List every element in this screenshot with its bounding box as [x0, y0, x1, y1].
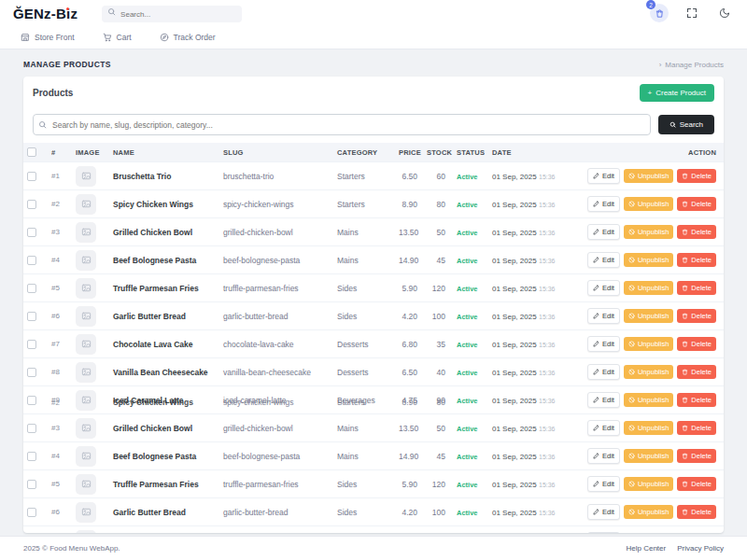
row-checkbox[interactable] — [27, 256, 36, 265]
edit-button[interactable]: Edit — [587, 392, 620, 408]
nav-item-track-order[interactable]: Track Order — [160, 33, 216, 42]
unpublish-button[interactable]: Unpublish — [624, 281, 673, 295]
edit-button[interactable]: Edit — [587, 252, 620, 268]
create-product-label: Create Product — [655, 89, 706, 97]
edit-label: Edit — [602, 396, 614, 404]
unpublish-button[interactable]: Unpublish — [624, 449, 673, 463]
search-button-label: Search — [680, 120, 703, 129]
global-search — [102, 4, 242, 23]
nav-item-cart[interactable]: Cart — [103, 33, 132, 42]
delete-button[interactable]: Delete — [677, 337, 716, 351]
row-checkbox[interactable] — [27, 228, 36, 237]
image-icon — [81, 255, 92, 265]
row-checkbox[interactable] — [27, 340, 36, 349]
status-badge: Active — [457, 453, 478, 461]
row-checkbox[interactable] — [27, 284, 36, 293]
edit-label: Edit — [602, 312, 614, 320]
breadcrumb[interactable]: › Manage Products — [659, 61, 724, 69]
trash-icon — [682, 257, 688, 263]
edit-button[interactable]: Edit — [587, 476, 620, 492]
unpublish-button[interactable]: Unpublish — [624, 393, 673, 407]
unpublish-button[interactable]: Unpublish — [624, 253, 673, 267]
compass-icon — [160, 33, 169, 42]
delete-button[interactable]: Delete — [677, 477, 716, 491]
unpublish-button[interactable]: Unpublish — [624, 197, 673, 211]
row-checkbox[interactable] — [27, 508, 36, 517]
status-badge: Active — [457, 313, 478, 321]
help-center-link[interactable]: Help Center — [627, 544, 667, 553]
unpublish-button[interactable]: Unpublish — [624, 169, 673, 183]
edit-button[interactable]: Edit — [587, 532, 620, 533]
product-price: 14.90 — [399, 256, 418, 265]
delete-button[interactable]: Delete — [677, 197, 716, 211]
unpublish-button[interactable]: Unpublish — [624, 225, 673, 239]
row-checkbox[interactable] — [27, 200, 36, 209]
edit-button[interactable]: Edit — [587, 420, 620, 436]
eye-off-icon — [628, 425, 635, 431]
delete-button[interactable]: Delete — [677, 421, 716, 435]
delete-button[interactable]: Delete — [677, 253, 716, 267]
product-time: 15:36 — [539, 510, 556, 516]
col-header-price: PRICE — [395, 143, 423, 162]
delete-button[interactable]: Delete — [677, 169, 716, 183]
cart-button[interactable]: 2 — [650, 4, 669, 22]
row-actions: Edit Unpublish Delete — [587, 532, 716, 533]
edit-button[interactable]: Edit — [587, 196, 620, 212]
edit-button[interactable]: Edit — [587, 168, 620, 184]
product-time: 15:36 — [539, 398, 556, 404]
table-row: #4 Beef Bolognese Pasta beef-bolognese-p… — [23, 246, 724, 274]
image-icon — [81, 507, 92, 517]
product-stock: 80 — [437, 200, 445, 209]
delete-button[interactable]: Delete — [677, 225, 716, 239]
delete-button[interactable]: Delete — [677, 281, 716, 295]
edit-button[interactable]: Edit — [587, 336, 620, 352]
app-logo[interactable]: ĞENz-Biz — [13, 6, 78, 21]
delete-button[interactable]: Delete — [677, 505, 716, 519]
unpublish-button[interactable]: Unpublish — [624, 309, 673, 323]
product-price: 6.50 — [402, 172, 417, 181]
unpublish-button[interactable]: Unpublish — [624, 505, 673, 519]
row-checkbox[interactable] — [27, 480, 36, 489]
privacy-policy-link[interactable]: Privacy Policy — [677, 544, 724, 553]
row-number: #6 — [51, 312, 60, 320]
delete-button[interactable]: Delete — [677, 393, 716, 407]
row-actions: Edit Unpublish Delete — [587, 364, 716, 380]
row-checkbox[interactable] — [27, 424, 36, 433]
unpublish-button[interactable]: Unpublish — [624, 365, 673, 379]
delete-button[interactable]: Delete — [677, 365, 716, 379]
unpublish-button[interactable]: Unpublish — [624, 477, 673, 491]
search-button[interactable]: Search — [658, 115, 714, 134]
unpublish-label: Unpublish — [638, 340, 669, 348]
edit-button[interactable]: Edit — [587, 308, 620, 324]
product-slug: grilled-chicken-bowl — [223, 228, 293, 237]
select-all-checkbox[interactable] — [27, 147, 36, 157]
table-row: #1 Bruschetta Trio bruschetta-trio Start… — [23, 162, 724, 190]
table-search-input[interactable] — [33, 114, 651, 135]
fullscreen-button[interactable] — [683, 4, 701, 22]
create-product-button[interactable]: + Create Product — [640, 84, 714, 102]
edit-button[interactable]: Edit — [587, 280, 620, 296]
row-checkbox[interactable] — [27, 172, 36, 181]
edit-button[interactable]: Edit — [587, 448, 620, 464]
theme-toggle-button[interactable] — [715, 4, 734, 22]
row-checkbox[interactable] — [27, 396, 36, 405]
unpublish-button[interactable]: Unpublish — [624, 337, 673, 351]
delete-label: Delete — [691, 312, 712, 320]
delete-button[interactable]: Delete — [677, 449, 716, 463]
product-stock: 45 — [437, 452, 445, 461]
global-search-input[interactable] — [102, 6, 242, 22]
product-date: 01 Sep, 2025 — [492, 425, 537, 433]
product-time: 15:36 — [539, 482, 556, 488]
edit-button[interactable]: Edit — [587, 224, 620, 240]
nav-item-store-front[interactable]: Store Front — [21, 33, 75, 42]
edit-button[interactable]: Edit — [587, 364, 620, 380]
row-checkbox[interactable] — [27, 452, 36, 461]
delete-button[interactable]: Delete — [677, 309, 716, 323]
product-price: 13.50 — [399, 228, 418, 237]
row-checkbox[interactable] — [27, 312, 36, 321]
row-checkbox[interactable] — [27, 368, 36, 377]
product-category: Starters — [337, 172, 365, 181]
edit-button[interactable]: Edit — [587, 504, 620, 520]
col-header-stock: STOCK — [423, 143, 451, 162]
unpublish-button[interactable]: Unpublish — [624, 421, 673, 435]
